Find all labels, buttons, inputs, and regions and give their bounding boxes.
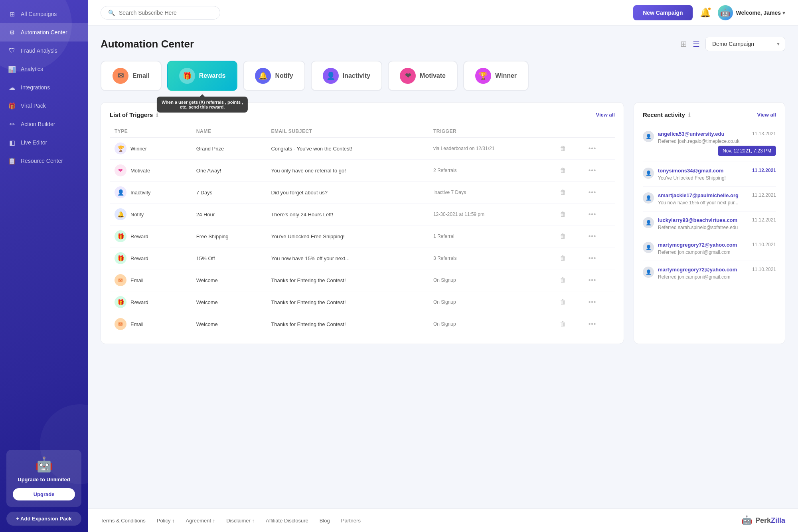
activity-email-4[interactable]: martymcgregory72@yahoo.com [658, 242, 737, 248]
sidebar-icon-resource-center: 📋 [8, 157, 16, 165]
sidebar-item-analytics[interactable]: 📊 Analytics [0, 60, 88, 78]
type-label-3: Notify [130, 212, 144, 218]
triggers-panel-header: List of Triggers ℹ View all [110, 111, 615, 118]
footer-link-3[interactable]: Disclaimer ↑ [226, 518, 255, 524]
campaign-select[interactable]: Demo Campaign Campaign 2 Campaign 3 [705, 37, 785, 51]
type-label-1: Motivate [130, 168, 150, 174]
type-badge-5: 🎁 [115, 252, 126, 264]
more-icon-7[interactable]: ••• [589, 299, 597, 305]
type-badge-icon-8: ✉ [118, 321, 123, 327]
search-icon: 🔍 [108, 10, 115, 16]
cell-more-3[interactable]: ••• [584, 204, 615, 225]
grid-view-icon[interactable]: ⊞ [680, 39, 687, 49]
cell-more-6[interactable]: ••• [584, 269, 615, 291]
sidebar-item-fraud-analysis[interactable]: 🛡 Fraud Analysis [0, 42, 88, 60]
cell-name-4: Free Shipping [192, 225, 267, 247]
activity-avatar-3: 👤 [643, 217, 654, 228]
more-icon-8[interactable]: ••• [589, 320, 597, 327]
footer-link-6[interactable]: Partners [341, 518, 361, 524]
delete-icon-4[interactable]: 🗑 [560, 233, 566, 239]
search-box[interactable]: 🔍 [101, 6, 220, 20]
sidebar-item-action-builder[interactable]: ✏ Action Builder [0, 115, 88, 133]
activity-row-5: 👤 martymcgregory72@yahoo.com 11.10.2021 … [643, 267, 776, 280]
activity-view-all-link[interactable]: View all [757, 112, 776, 118]
delete-icon-6[interactable]: 🗑 [560, 277, 566, 283]
new-campaign-button[interactable]: New Campaign [633, 5, 692, 20]
sidebar-item-integrations[interactable]: ☁ Integrations [0, 78, 88, 97]
cell-more-8[interactable]: ••• [584, 313, 615, 335]
more-icon-4[interactable]: ••• [589, 233, 597, 239]
upgrade-button[interactable]: Upgrade [13, 488, 75, 500]
search-input[interactable] [119, 10, 213, 16]
delete-icon-2[interactable]: 🗑 [560, 189, 566, 196]
rewards-tab-icon: 🎁 [179, 68, 195, 84]
cell-more-4[interactable]: ••• [584, 225, 615, 247]
cell-more-0[interactable]: ••• [584, 138, 615, 160]
activity-content-0: angelica53@university.edu 11.13.2021 Ref… [658, 131, 776, 156]
delete-icon-7[interactable]: 🗑 [560, 299, 566, 305]
cell-delete-6[interactable]: 🗑 [555, 269, 584, 291]
notification-bell[interactable]: 🔔 [700, 8, 711, 18]
menu-view-icon[interactable]: ☰ [693, 39, 700, 49]
activity-email-0[interactable]: angelica53@university.edu [658, 131, 724, 137]
triggers-view-all-link[interactable]: View all [596, 112, 615, 118]
triggers-info-icon: ℹ [156, 112, 158, 118]
delete-icon-5[interactable]: 🗑 [560, 255, 566, 261]
more-icon-2[interactable]: ••• [589, 189, 597, 196]
delete-icon-3[interactable]: 🗑 [560, 211, 566, 218]
sidebar-item-live-editor[interactable]: ◧ Live Editor [0, 133, 88, 152]
cell-delete-1[interactable]: 🗑 [555, 160, 584, 182]
footer-link-4[interactable]: Affiliate Disclosure [266, 518, 308, 524]
activity-header-1: tonysimons34@gmail.com 11.12.2021 [658, 168, 776, 174]
activity-email-1[interactable]: tonysimons34@gmail.com [658, 168, 723, 174]
more-icon-6[interactable]: ••• [589, 277, 597, 283]
sidebar-item-automation-center[interactable]: ⚙ Automation Center [0, 23, 88, 42]
more-icon-1[interactable]: ••• [589, 167, 597, 174]
cell-more-1[interactable]: ••• [584, 160, 615, 182]
cell-delete-4[interactable]: 🗑 [555, 225, 584, 247]
cell-delete-8[interactable]: 🗑 [555, 313, 584, 335]
cell-name-8: Welcome [192, 313, 267, 335]
tab-winner[interactable]: 🏆 Winner [463, 61, 529, 91]
cell-type-5: 🎁 Reward [110, 247, 192, 269]
add-expansion-pack-button[interactable]: + Add Expansion Pack [6, 512, 81, 526]
type-badge-1: ❤ [115, 164, 126, 176]
more-icon-3[interactable]: ••• [589, 211, 597, 218]
activity-item: 👤 luckylarry93@beachvirtues.com 11.12.20… [643, 212, 776, 236]
activity-item: 👤 martymcgregory72@yahoo.com 11.10.2021 … [643, 261, 776, 285]
cell-more-7[interactable]: ••• [584, 291, 615, 313]
cell-delete-7[interactable]: 🗑 [555, 291, 584, 313]
delete-icon-0[interactable]: 🗑 [560, 145, 566, 152]
cell-trigger-5: 3 Referrals [429, 247, 555, 269]
tab-notify[interactable]: 🔔 Notify [243, 61, 305, 91]
more-icon-5[interactable]: ••• [589, 255, 597, 261]
sidebar-item-all-campaigns[interactable]: ⊞ All Campaigns [0, 5, 88, 23]
activity-email-5[interactable]: martymcgregory72@yahoo.com [658, 267, 737, 273]
tab-rewards[interactable]: 🎁 Rewards When a user gets (X) referrals… [167, 61, 238, 91]
activity-email-2[interactable]: smartjackie17@paulmichelle.org [658, 192, 739, 198]
sidebar-item-resource-center[interactable]: 📋 Resource Center [0, 152, 88, 170]
delete-icon-1[interactable]: 🗑 [560, 167, 566, 174]
tab-email[interactable]: ✉ Email [101, 61, 162, 91]
cell-more-2[interactable]: ••• [584, 182, 615, 204]
table-row: 🎁 Reward 15% Off You now have 15% off yo… [110, 247, 615, 269]
cell-delete-5[interactable]: 🗑 [555, 247, 584, 269]
table-row: ✉ Email Welcome Thanks for Entering the … [110, 269, 615, 291]
user-avatar[interactable]: 🤖 Welcome, James ▾ [718, 5, 785, 20]
cell-delete-2[interactable]: 🗑 [555, 182, 584, 204]
cell-more-5[interactable]: ••• [584, 247, 615, 269]
cell-delete-3[interactable]: 🗑 [555, 204, 584, 225]
footer-link-5[interactable]: Blog [320, 518, 330, 524]
more-icon-0[interactable]: ••• [589, 145, 597, 152]
sidebar-item-viral-pack[interactable]: 🎁 Viral Pack [0, 97, 88, 115]
delete-icon-8[interactable]: 🗑 [560, 320, 566, 327]
footer-link-0[interactable]: Terms & Conditions [101, 518, 146, 524]
footer-link-1[interactable]: Policy ↑ [157, 518, 175, 524]
cell-delete-0[interactable]: 🗑 [555, 138, 584, 160]
tab-inactivity[interactable]: 👤 Inactivity [311, 61, 382, 91]
winner-tab-label: Winner [495, 72, 517, 79]
activity-msg-2: You now have 15% off your next pur... [658, 200, 776, 206]
tab-motivate[interactable]: ❤ Motivate [388, 61, 458, 91]
activity-email-3[interactable]: luckylarry93@beachvirtues.com [658, 217, 737, 223]
footer-link-2[interactable]: Agreement ↑ [186, 518, 215, 524]
